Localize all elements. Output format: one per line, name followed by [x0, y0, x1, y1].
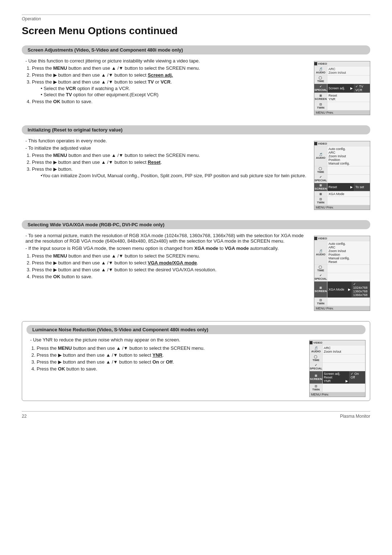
menu-icon-screen: ⊞SCREEN [314, 93, 327, 102]
menu-icon-video: VIDEO [314, 141, 327, 146]
menu-icon-twin: ⊡TWIN [314, 298, 327, 306]
section4-content-wrapper: - Use YNR to reduce the picture noise wh… [26, 337, 366, 397]
menu-row-twin: ⊡TWIN [314, 102, 370, 110]
footer-page-number: 22 [22, 414, 26, 419]
page-title: Screen Menu Options continued [22, 25, 370, 37]
menu-icon-screen: ⊞SCREEN [314, 183, 327, 191]
step: Press the ▶ button and then use ▲ /▼ but… [37, 359, 303, 365]
menu-item: ARC [324, 346, 364, 350]
menu-icon-twin: ⊡TWIN [314, 197, 327, 205]
menu-sub-item: 1366x768 [353, 293, 369, 297]
menu-box: VIDEO 🎵AUDIO ARC Zoom In/out TIME [309, 340, 366, 397]
menu-row-screen: ⊞SCREEN Reset ▶ To set [314, 183, 370, 191]
menu-sub-item: To set [355, 185, 364, 189]
section3-dash2: - If the input source is RGB VGA mode, t… [25, 246, 308, 251]
menu-row-time: TIME [310, 355, 365, 363]
menu-row-special: ✓SPECIAL [314, 273, 370, 281]
menu-arrow: ▶ [350, 185, 353, 189]
bottom-rule [22, 411, 370, 412]
section-initializing: Initializing (Reset to original factory … [22, 125, 370, 210]
menu-row-time: TIME [314, 265, 370, 273]
menu-icon-special: ✓SPECIAL [314, 84, 327, 93]
section2-menu-diagram: VIDEO 🎵AUDIO Auto config. ARC Zoom In/ou… [314, 141, 370, 210]
section1-intro: - Use this function to correct jittering… [25, 58, 308, 64]
section4-content: - Use YNR to reduce the picture noise wh… [26, 337, 303, 374]
section4-steps: Press the MENU button and then use ▲ /▼ … [37, 345, 303, 372]
step: Press the ▶ button and then use ▲ /▼ but… [32, 72, 308, 78]
menu-arrow: ▶ [348, 288, 351, 291]
menu-arrow: ▶ [346, 379, 348, 383]
section-ynr: Luminance Noise Reduction (Video, S-Vide… [22, 321, 370, 401]
menu-item: ARC [328, 151, 369, 154]
menu-sub-item: VCR [355, 88, 369, 92]
step: Press the ▶ button and then use ▲ /▼ but… [32, 159, 308, 165]
step: Press the ▶ button and then use ▲ /▼ but… [32, 260, 308, 266]
menu-row-special: ✓SPECIAL [314, 175, 370, 183]
page: Operation Screen Menu Options continued … [0, 0, 392, 555]
menu-row-twin: ⊡TWIN [314, 298, 370, 306]
menu-footer-text: MENU Prev. [311, 393, 329, 396]
section3-content-wrapper: - To see a normal picture, match the res… [22, 233, 370, 311]
step: Press the OK button to save. [37, 366, 303, 372]
menu-footer-text: MENU Prev. [316, 111, 334, 114]
menu-footer-text: MENU Prev. [316, 307, 334, 310]
menu-item: Reset [324, 376, 348, 379]
menu-icon-twin: ⊡TWIN [314, 102, 327, 110]
menu-row-audio: 🎵AUDIO ARC Zoom In/out [314, 66, 370, 76]
menu-row-special: ✓SPECIAL [310, 363, 365, 371]
menu-icon-time: TIME [314, 265, 327, 273]
sub-bullet: • Select the TV option for other equipme… [41, 92, 308, 97]
step: Press the ▶ button. •You can initialize … [32, 166, 308, 178]
menu-row-screen-extra: ⊞ XGA Mode [314, 191, 370, 197]
menu-item: XGA Mode [328, 192, 369, 196]
menu-icon-screen: ⊞SCREEN [314, 281, 327, 297]
menu-item-selected: YNR [324, 379, 331, 383]
menu-icon-video: VIDEO [314, 236, 327, 241]
section2-dash2: - To initialize the adjusted value [25, 145, 308, 151]
section3-content: - To see a normal picture, match the res… [22, 233, 308, 281]
top-rule [22, 15, 370, 15]
menu-icon-audio: 🎵AUDIO [314, 146, 327, 166]
menu-sub-item: ✓ On [351, 372, 364, 376]
section-label: Operation [22, 16, 370, 21]
menu-item: Zoom In/out [328, 154, 369, 158]
menu-icon-time: TIME [314, 166, 327, 174]
menu-item: Reset [328, 260, 369, 264]
section-vga-xga: Selecting Wide VGA/XGA mode (RGB-PC, DVI… [22, 220, 370, 311]
section3-dash1: - To see a normal picture, match the res… [25, 233, 308, 244]
section2-header: Initializing (Reset to original factory … [22, 125, 370, 134]
menu-sub-item: 1360x768 [353, 289, 369, 293]
menu-item: Zoom In/out [324, 350, 364, 353]
menu-item: ARC [328, 246, 369, 249]
section1-steps: Press the MENU button and then use ▲ /▼ … [32, 65, 308, 104]
section2-steps: Press the MENU button and then use ▲ /▼ … [32, 153, 308, 178]
section2-content: - This function operates in every mode. … [22, 138, 308, 181]
menu-item: Manual config. [328, 256, 369, 260]
menu-sub-item: Off [351, 376, 364, 379]
menu-icon-audio: 🎵AUDIO [314, 241, 327, 264]
menu-icon-audio: 🎵AUDIO [314, 66, 327, 75]
menu-row-video: VIDEO [314, 236, 370, 241]
section2-content-wrapper: - This function operates in every mode. … [22, 138, 370, 210]
section3-menu-diagram: VIDEO 🎵AUDIO Auto config. ARC Zoom In/ou… [314, 236, 370, 311]
menu-item: Position [328, 158, 369, 162]
menu-row-video: VIDEO [310, 340, 365, 345]
menu-footer-text: MENU Prev. [316, 206, 334, 209]
menu-sub-item: ✓ 1024x768 [353, 282, 369, 289]
menu-icon-twin: ⊡TWIN [310, 384, 323, 392]
menu-icon-video: VIDEO [314, 61, 327, 66]
section4-header: Luminance Noise Reduction (Video, S-Vide… [26, 325, 366, 334]
menu-item: Manual config. [328, 162, 369, 165]
section1-content-wrapper: - Use this function to correct jittering… [22, 58, 370, 115]
menu-footer: MENU Prev. [310, 392, 365, 397]
menu-icon-special: ✓SPECIAL [314, 175, 327, 183]
menu-box: VIDEO 🎵AUDIO ARC Zoom In/out TIME [314, 61, 370, 115]
menu-row-audio: 🎵AUDIO ARC Zoom In/out [310, 345, 365, 355]
step: Press the OK button to save. [32, 99, 308, 104]
menu-row-audio: 🎵AUDIO Auto config. ARC Zoom In/out Posi… [314, 241, 370, 265]
menu-icon-screen: ⊞SCREEN [310, 371, 323, 384]
menu-icon-time: TIME [310, 355, 323, 362]
menu-item: Auto config. [328, 147, 369, 151]
menu-row-screen: ⊞SCREEN Reset YNR [314, 93, 370, 102]
menu-icon-special: ✓SPECIAL [314, 273, 327, 281]
